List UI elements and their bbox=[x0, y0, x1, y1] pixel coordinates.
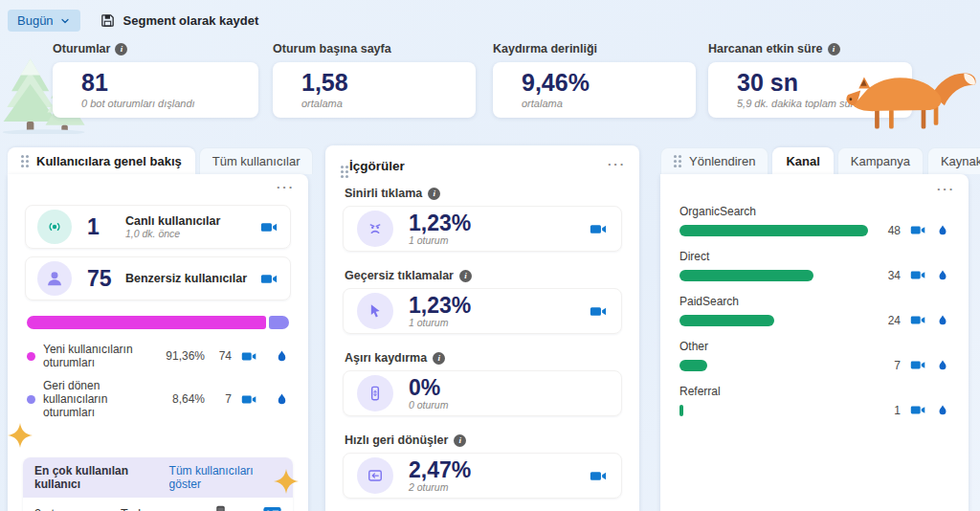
top-user-card: En çok kullanılan kullanıcı Tüm kullanıc… bbox=[23, 457, 293, 511]
channel-bar bbox=[679, 405, 683, 416]
user-profile-card-icon[interactable] bbox=[263, 506, 281, 511]
new-users-legend-row: Yeni kullanıcıların oturumları 91,36% 74 bbox=[27, 343, 289, 369]
users-panel-tabs: Kullanıcılara genel bakış Tüm kullanıcıl… bbox=[8, 145, 308, 174]
heatmap-icon[interactable] bbox=[936, 404, 949, 417]
recordings-camera-icon[interactable] bbox=[910, 222, 926, 238]
recordings-camera-icon[interactable] bbox=[910, 402, 926, 418]
sparkle-decoration bbox=[8, 423, 33, 448]
channel-label: Direct bbox=[679, 250, 949, 263]
tab-users-overview[interactable]: Kullanıcılara genel bakış bbox=[8, 147, 195, 174]
users-overview-panel: Kullanıcılara genel bakış Tüm kullanıcıl… bbox=[8, 145, 308, 511]
channel-label: Referral bbox=[679, 385, 949, 398]
unique-users-value: 75 bbox=[87, 266, 112, 292]
metric-value: 30 sn bbox=[737, 70, 899, 97]
recordings-camera-icon[interactable] bbox=[590, 467, 608, 485]
heatmap-icon[interactable] bbox=[275, 349, 289, 364]
channel-label: OrganicSearch bbox=[679, 205, 949, 218]
top-user-country: Turkey bbox=[121, 507, 207, 511]
metric-label: Kaydırma derinliği bbox=[493, 42, 597, 56]
more-options-icon[interactable]: ··· bbox=[277, 180, 295, 194]
quick-backs-sub: 2 oturum bbox=[409, 481, 590, 493]
legend-count: 74 bbox=[212, 349, 232, 363]
legend-label: Yeni kullanıcıların oturumları bbox=[43, 343, 153, 369]
metric-label: Oturum başına sayfa bbox=[273, 42, 391, 56]
save-icon bbox=[100, 12, 116, 29]
drag-handle-icon[interactable] bbox=[341, 166, 344, 168]
clarity-dashboard: Bugün Segment olarak kaydet Oturumlari 8… bbox=[0, 0, 980, 511]
info-icon[interactable]: i bbox=[115, 43, 127, 56]
tab-all-users[interactable]: Tüm kullanıcılar bbox=[199, 147, 314, 174]
angry-face-icon bbox=[357, 211, 393, 247]
more-options-icon[interactable]: ··· bbox=[608, 157, 626, 171]
recordings-camera-icon[interactable] bbox=[910, 267, 926, 283]
recordings-camera-icon[interactable] bbox=[910, 312, 926, 328]
unique-users-row: 75 Benzersiz kullanıcılar bbox=[25, 256, 291, 300]
info-icon[interactable]: i bbox=[828, 43, 840, 56]
chevron-down-icon bbox=[59, 15, 71, 27]
rage-clicks-value: 1,23% bbox=[409, 211, 590, 234]
recordings-camera-icon[interactable] bbox=[910, 357, 926, 373]
legend-label: Geri dönen kullanıcıların oturumları bbox=[43, 379, 153, 419]
drag-handle-icon[interactable] bbox=[674, 155, 677, 158]
excessive-scroll-value: 0% bbox=[409, 376, 608, 399]
show-all-users-link[interactable]: Tüm kullanıcıları göster bbox=[169, 464, 281, 491]
tab-campaign[interactable]: Kampanya bbox=[837, 147, 924, 174]
channel-bar-track bbox=[679, 405, 868, 416]
recordings-camera-icon[interactable] bbox=[241, 348, 257, 365]
excessive-scroll-sub: 0 oturum bbox=[409, 399, 608, 411]
heatmap-icon[interactable] bbox=[275, 392, 289, 407]
heatmap-icon[interactable] bbox=[936, 269, 949, 282]
info-icon[interactable]: i bbox=[454, 434, 466, 447]
legend-count: 7 bbox=[212, 392, 232, 406]
toolbar: Bugün Segment olarak kaydet bbox=[8, 10, 258, 32]
info-icon[interactable]: i bbox=[428, 188, 440, 200]
recordings-camera-icon[interactable] bbox=[260, 218, 278, 236]
channel-value: 1 bbox=[878, 404, 901, 417]
rage-clicks-sub: 1 oturum bbox=[409, 234, 590, 246]
heatmap-icon[interactable] bbox=[936, 224, 949, 237]
tab-referrer[interactable]: Yönlendiren bbox=[660, 147, 768, 174]
heatmap-icon[interactable] bbox=[936, 314, 949, 327]
tab-label: Kampanya bbox=[851, 154, 910, 168]
metric-active-time: Harcanan etkin sürei 30 sn 5,9 dk. dakik… bbox=[708, 42, 912, 118]
recordings-camera-icon[interactable] bbox=[260, 270, 278, 288]
recordings-camera-icon[interactable] bbox=[590, 220, 608, 238]
tab-label: Kaynak bbox=[941, 154, 980, 168]
recordings-camera-icon[interactable] bbox=[590, 302, 608, 321]
dead-click-cursor-icon bbox=[357, 293, 393, 329]
dead-clicks-card: 1,23% 1 oturum bbox=[343, 288, 622, 334]
tab-label: Kullanıcılara genel bakış bbox=[36, 154, 182, 168]
drag-handle-icon[interactable] bbox=[21, 155, 24, 158]
tab-label: Tüm kullanıcılar bbox=[212, 154, 301, 168]
excessive-scroll-card: 0% 0 oturum bbox=[343, 370, 622, 416]
metric-label: Oturumlar bbox=[53, 42, 110, 56]
mobile-device-icon bbox=[214, 505, 227, 511]
date-range-dropdown[interactable]: Bugün bbox=[8, 10, 80, 32]
rage-clicks-card: 1,23% 1 oturum bbox=[343, 206, 622, 252]
returning-users-bar-segment bbox=[269, 316, 289, 329]
quick-backs-value: 2,47% bbox=[409, 458, 590, 481]
channel-bar-track bbox=[679, 225, 868, 236]
channel-row-referral: Referral 1 bbox=[679, 385, 949, 418]
channel-value: 7 bbox=[878, 359, 901, 372]
channel-bar-track bbox=[679, 360, 868, 371]
returning-users-legend-row: Geri dönen kullanıcıların oturumları 8,6… bbox=[27, 379, 289, 419]
heatmap-icon[interactable] bbox=[936, 359, 949, 372]
metric-value: 1,58 bbox=[301, 70, 462, 97]
live-users-value: 1 bbox=[87, 214, 112, 240]
tab-label: Yönlendiren bbox=[689, 154, 755, 168]
live-users-row: 1 Canlı kullanıcılar 1,0 dk. önce bbox=[25, 205, 291, 249]
top-user-row[interactable]: 2 oturum Turkey bbox=[23, 498, 293, 511]
info-icon[interactable]: i bbox=[433, 352, 445, 365]
recordings-camera-icon[interactable] bbox=[241, 391, 257, 408]
tab-channel[interactable]: Kanal bbox=[772, 147, 833, 174]
save-segment-button[interactable]: Segment olarak kaydet bbox=[100, 12, 259, 29]
quick-back-icon bbox=[357, 457, 393, 494]
insights-panel: ··· İçgörüler Sinirli tıklamai 1,23% bbox=[325, 145, 639, 511]
metric-subtitle: ortalama bbox=[522, 98, 682, 109]
more-options-icon[interactable]: ··· bbox=[937, 182, 955, 196]
metric-subtitle: 0 bot oturumları dışlandı bbox=[81, 98, 245, 109]
info-icon[interactable]: i bbox=[459, 270, 472, 282]
tab-source[interactable]: Kaynak bbox=[927, 147, 980, 174]
channel-bar bbox=[679, 225, 868, 236]
